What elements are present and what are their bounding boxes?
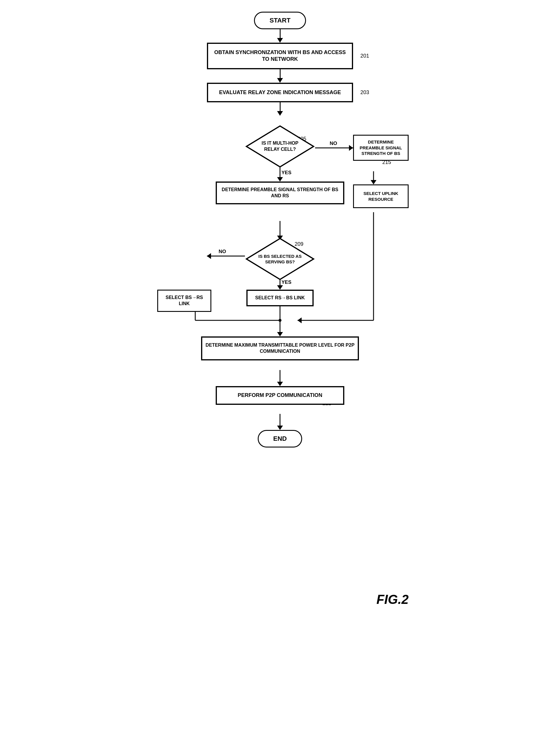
svg-text:NO: NO [330,141,337,146]
svg-marker-9 [277,285,283,290]
svg-marker-23 [277,332,283,337]
node-217: SELECT UPLINK RESOURCE [353,184,408,208]
node-211: SELECT RS→BS LINK [246,290,314,306]
node-201-wrapper: OBTAIN SYNCHRONIZATION WITH BS AND ACCES… [207,43,353,69]
svg-point-37 [278,319,282,322]
node-203: EVALUATE RELAY ZONE INDICATION MESSAGE [207,83,353,102]
svg-marker-3 [349,145,353,151]
node-219: DETERMINE MAXIMUM TRANSMITTABLE POWER LE… [201,337,359,360]
label-203: 203 [360,89,369,96]
label-201: 201 [360,53,369,59]
diamond-209-text: IS BS SELECTED AS SERVING BS? [258,253,303,265]
svg-marker-12 [207,253,211,259]
node-215: DETERMINE PREAMBLE SIGNAL STRENGTH OF BS [353,135,408,161]
svg-marker-25 [277,382,283,386]
svg-text:NO: NO [219,249,226,254]
arrow-2 [277,69,283,83]
node-201: OBTAIN SYNCHRONIZATION WITH BS AND ACCES… [207,43,353,69]
node-213: SELECT BS→RS LINK [157,290,211,312]
svg-marker-1 [277,177,283,181]
diamond-205-wrapper: IS IT MULTI-HOP RELAY CELL? [245,125,315,168]
main-flow-area: NO YES YES NO [148,116,412,613]
start-node: START [254,12,306,29]
svg-marker-27 [277,426,283,430]
diamond-209-wrapper: IS BS SELECTED AS SERVING BS? [245,237,315,281]
fig-label: FIG.2 [377,592,408,607]
end-node: END [258,430,302,447]
node-203-wrapper: EVALUATE RELAY ZONE INDICATION MESSAGE 2… [207,83,353,102]
svg-marker-18 [298,317,302,323]
node-221: PERFORM P2P COMMUNICATION [216,386,344,404]
flowchart: START OBTAIN SYNCHRONIZATION WITH BS AND… [148,12,412,613]
node-207: DETERMINE PREAMBLE SIGNAL STRENGTH OF BS… [216,181,344,204]
diamond-205-text: IS IT MULTI-HOP RELAY CELL? [257,140,303,152]
svg-marker-15 [371,180,377,184]
svg-text:YES: YES [282,170,291,175]
arrow-3 [277,102,283,116]
arrow-1 [277,29,283,43]
